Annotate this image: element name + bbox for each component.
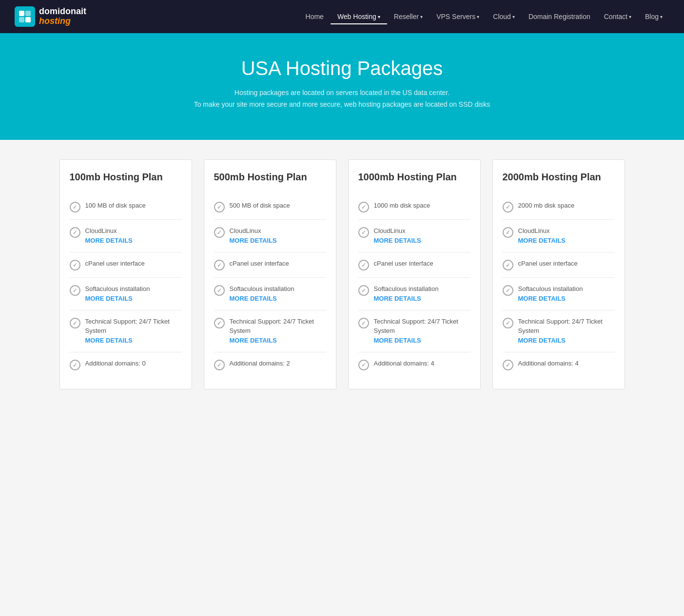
svg-rect-3 — [25, 17, 31, 22]
feature-item-1-0: 500 MB of disk space — [214, 194, 326, 220]
nav-item-blog[interactable]: Blog ▾ — [638, 9, 669, 24]
check-icon — [503, 227, 513, 238]
nav-link-domain[interactable]: Domain Registration — [522, 9, 597, 24]
check-icon — [358, 318, 369, 328]
feature-item-1-3: Softaculous installationMORE DETAILS — [214, 278, 326, 310]
feature-item-2-1: CloudLinuxMORE DETAILS — [358, 220, 470, 252]
feature-text-2-3: Softaculous installationMORE DETAILS — [374, 285, 439, 303]
feature-text-2-5: Additional domains: 4 — [374, 359, 434, 368]
nav-item-cloud[interactable]: Cloud ▾ — [486, 9, 522, 24]
feature-link-3-3[interactable]: MORE DETAILS — [518, 294, 583, 303]
feature-link-1-3[interactable]: MORE DETAILS — [230, 294, 294, 303]
check-icon — [70, 285, 80, 296]
check-icon — [70, 318, 80, 328]
nav-link-contact[interactable]: Contact ▾ — [597, 9, 638, 24]
feature-link-3-1[interactable]: MORE DETAILS — [518, 236, 566, 245]
feature-item-0-5: Additional domains: 0 — [70, 352, 182, 377]
feature-link-0-3[interactable]: MORE DETAILS — [85, 294, 150, 303]
feature-item-1-2: cPanel user interface — [214, 252, 326, 278]
check-icon — [214, 202, 225, 212]
nav-item-home[interactable]: Home — [299, 9, 331, 24]
nav-link-vps[interactable]: VPS Servers ▾ — [430, 9, 486, 24]
check-icon — [358, 202, 369, 212]
nav-link-cloud[interactable]: Cloud ▾ — [486, 9, 522, 24]
feature-item-1-5: Additional domains: 2 — [214, 352, 326, 377]
feature-text-3-3: Softaculous installationMORE DETAILS — [518, 285, 583, 303]
feature-text-2-2: cPanel user interface — [374, 259, 433, 268]
feature-text-0-2: cPanel user interface — [85, 259, 145, 268]
plan-title-2: 1000mb Hosting Plan — [358, 172, 470, 183]
feature-link-1-1[interactable]: MORE DETAILS — [230, 236, 277, 245]
check-icon — [70, 260, 80, 270]
plan-card-0: 100mb Hosting Plan100 MB of disk spaceCl… — [59, 159, 192, 389]
feature-link-1-4[interactable]: MORE DETAILS — [230, 336, 326, 345]
feature-text-1-5: Additional domains: 2 — [230, 359, 290, 368]
nav-link-blog[interactable]: Blog ▾ — [638, 9, 669, 24]
chevron-down-icon: ▾ — [477, 14, 479, 19]
feature-text-2-4: Technical Support: 24/7 Ticket SystemMOR… — [374, 317, 470, 345]
nav-item-domain[interactable]: Domain Registration — [522, 9, 597, 24]
feature-text-1-4: Technical Support: 24/7 Ticket SystemMOR… — [230, 317, 326, 345]
feature-text-2-1: CloudLinuxMORE DETAILS — [374, 227, 421, 245]
feature-item-0-2: cPanel user interface — [70, 252, 182, 278]
nav-item-reseller[interactable]: Reseller ▾ — [387, 9, 430, 24]
plan-title-0: 100mb Hosting Plan — [70, 172, 182, 183]
check-icon — [214, 285, 225, 296]
feature-link-2-3[interactable]: MORE DETAILS — [374, 294, 439, 303]
svg-rect-1 — [25, 11, 31, 16]
feature-text-1-0: 500 MB of disk space — [230, 201, 290, 210]
feature-item-2-3: Softaculous installationMORE DETAILS — [358, 278, 470, 310]
feature-text-1-2: cPanel user interface — [230, 259, 289, 268]
check-icon — [214, 318, 225, 328]
feature-item-1-1: CloudLinuxMORE DETAILS — [214, 220, 326, 252]
check-icon — [70, 202, 80, 212]
chevron-down-icon: ▾ — [378, 14, 380, 19]
plans-grid: 100mb Hosting Plan100 MB of disk spaceCl… — [50, 159, 635, 389]
feature-item-0-1: CloudLinuxMORE DETAILS — [70, 220, 182, 252]
check-icon — [503, 285, 513, 296]
feature-link-0-4[interactable]: MORE DETAILS — [85, 336, 182, 345]
check-icon — [214, 360, 225, 370]
hero-section: USA Hosting Packages Hosting packages ar… — [0, 33, 684, 140]
feature-link-2-1[interactable]: MORE DETAILS — [374, 236, 421, 245]
nav-item-web-hosting[interactable]: Web Hosting ▾ — [331, 9, 387, 24]
feature-text-3-1: CloudLinuxMORE DETAILS — [518, 227, 566, 245]
check-icon — [214, 227, 225, 238]
logo-icon — [15, 6, 35, 27]
check-icon — [70, 360, 80, 370]
navbar: domidonaithosting Home Web Hosting ▾ Res… — [0, 0, 684, 33]
feature-link-0-1[interactable]: MORE DETAILS — [85, 236, 133, 245]
plan-card-2: 1000mb Hosting Plan1000 mb disk spaceClo… — [348, 159, 481, 389]
plan-title-3: 2000mb Hosting Plan — [503, 172, 615, 183]
nav-menu: Home Web Hosting ▾ Reseller ▾ VPS Server… — [299, 9, 669, 24]
check-icon — [214, 260, 225, 270]
nav-item-vps[interactable]: VPS Servers ▾ — [430, 9, 486, 24]
chevron-down-icon: ▾ — [512, 14, 515, 19]
feature-text-1-1: CloudLinuxMORE DETAILS — [230, 227, 277, 245]
feature-link-2-4[interactable]: MORE DETAILS — [374, 336, 470, 345]
svg-rect-0 — [19, 11, 24, 16]
nav-link-reseller[interactable]: Reseller ▾ — [387, 9, 430, 24]
feature-item-2-2: cPanel user interface — [358, 252, 470, 278]
check-icon — [503, 318, 513, 328]
plan-title-1: 500mb Hosting Plan — [214, 172, 326, 183]
check-icon — [503, 202, 513, 212]
feature-link-3-4[interactable]: MORE DETAILS — [518, 336, 615, 345]
feature-item-2-4: Technical Support: 24/7 Ticket SystemMOR… — [358, 310, 470, 352]
feature-item-2-5: Additional domains: 4 — [358, 352, 470, 377]
check-icon — [358, 360, 369, 370]
logo-text: domidonaithosting — [39, 7, 86, 26]
feature-item-3-1: CloudLinuxMORE DETAILS — [503, 220, 615, 252]
nav-link-web-hosting[interactable]: Web Hosting ▾ — [331, 9, 387, 24]
feature-text-3-2: cPanel user interface — [518, 259, 578, 268]
nav-link-home[interactable]: Home — [299, 9, 331, 24]
logo[interactable]: domidonaithosting — [15, 6, 86, 27]
check-icon — [503, 260, 513, 270]
feature-item-2-0: 1000 mb disk space — [358, 194, 470, 220]
feature-text-3-0: 2000 mb disk space — [518, 201, 575, 210]
nav-item-contact[interactable]: Contact ▾ — [597, 9, 638, 24]
feature-item-3-5: Additional domains: 4 — [503, 352, 615, 377]
plan-card-3: 2000mb Hosting Plan2000 mb disk spaceClo… — [492, 159, 625, 389]
hero-description: Hosting packages are located on servers … — [10, 87, 674, 111]
feature-text-0-4: Technical Support: 24/7 Ticket SystemMOR… — [85, 317, 182, 345]
